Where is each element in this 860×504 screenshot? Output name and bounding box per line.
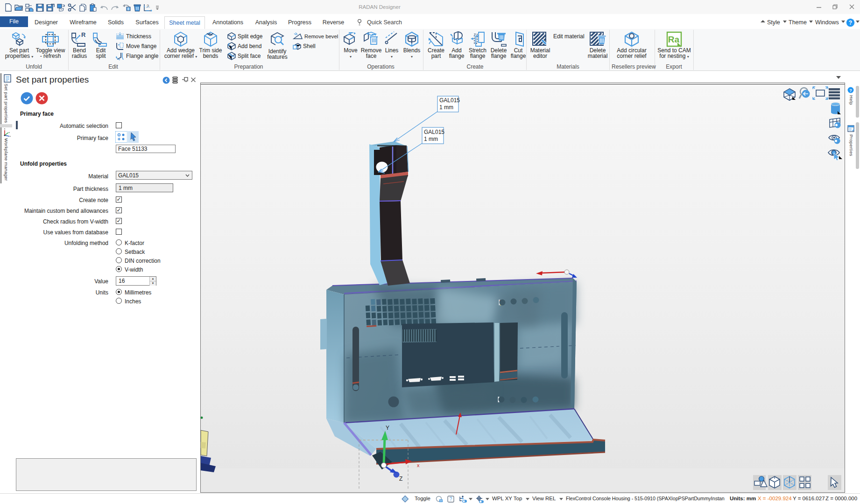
svg-text:?.: ?. — [147, 4, 150, 8]
svg-text:GAL015: GAL015 — [424, 129, 444, 135]
svg-text:?: ? — [450, 497, 452, 502]
svg-text:Z: Z — [399, 476, 402, 482]
svg-text:1 mm: 1 mm — [424, 136, 438, 142]
svg-text:?: ? — [849, 88, 852, 93]
svg-text:?: ? — [849, 20, 852, 26]
svg-text:Y: Y — [386, 425, 389, 431]
svg-text:x: x — [417, 462, 420, 468]
svg-text:1 mm: 1 mm — [439, 104, 453, 111]
svg-text:Ra: Ra — [668, 35, 680, 44]
svg-text:GAL015: GAL015 — [439, 97, 460, 104]
